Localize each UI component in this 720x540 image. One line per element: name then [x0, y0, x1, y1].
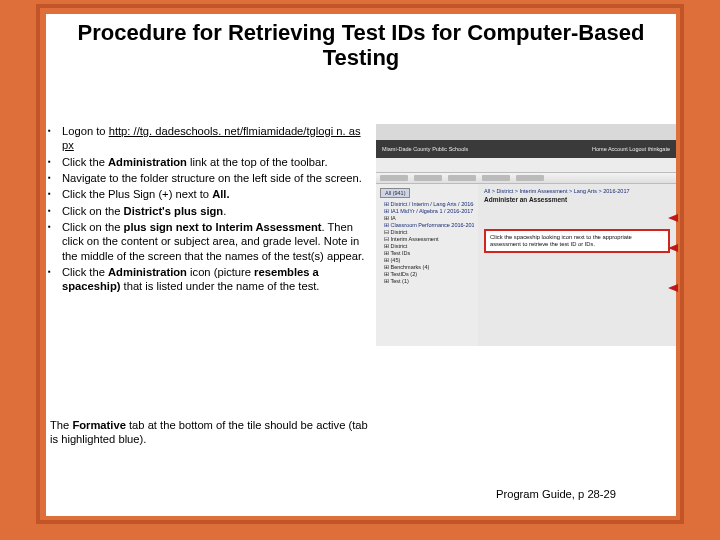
step-logon: Logon to http: //tg. dadeschools. net/fl… [62, 124, 366, 153]
slide-stage: Procedure for Retrieving Test IDs for Co… [0, 0, 720, 540]
tree-row: ⊞ Classroom Performance 2016-2017 [384, 222, 474, 228]
tree-row: ⊞ District [384, 243, 474, 249]
red-arrow-icon [668, 284, 678, 292]
slide-title: Procedure for Retrieving Test IDs for Co… [46, 20, 676, 71]
content-card: Procedure for Retrieving Test IDs for Co… [46, 14, 676, 516]
red-arrow-icon [668, 244, 678, 252]
app-header: Miami-Dade County Public Schools Home Ac… [376, 140, 676, 158]
panel-title: Administer an Assessment [484, 196, 670, 203]
tree-row: ⊟ District [384, 229, 474, 235]
step-text: Logon to [62, 125, 109, 137]
step-navigate-folders: Navigate to the folder structure on the … [62, 171, 366, 185]
app-body: All (941) ⊞ District / Interim / Lang Ar… [376, 184, 676, 346]
district-name: Miami-Dade County Public Schools [382, 146, 468, 152]
tree-row: ⊞ IA [384, 215, 474, 221]
tree-row: ⊞ IA1 MidYr / Algebra 1 / 2016-2017 [384, 208, 474, 214]
folder-sidebar: All (941) ⊞ District / Interim / Lang Ar… [376, 184, 478, 346]
tree-row: ⊞ Benchmarks (4) [384, 264, 474, 270]
instruction-callout: Click the spaceship looking icon next to… [484, 229, 670, 253]
breadcrumb: All > District > Interim Assessment > La… [484, 188, 670, 194]
app-subheader [376, 158, 676, 173]
tree-row: ⊟ Interim Assessment [384, 236, 474, 242]
step-admin-icon: Click the Administration icon (picture r… [62, 265, 366, 294]
browser-chrome [376, 124, 676, 140]
tree-row: ⊞ District / Interim / Lang Arts / 2016-… [384, 201, 474, 207]
step-plus-district: Click on the District's plus sign. [62, 204, 366, 218]
step-plus-interim: Click on the plus sign next to Interim A… [62, 220, 366, 263]
header-links: Home Account Logout thinkgate [592, 146, 670, 152]
step-plus-all: Click the Plus Sign (+) next to All. [62, 187, 366, 201]
embedded-screenshot: Miami-Dade County Public Schools Home Ac… [376, 124, 676, 344]
instruction-list: Logon to http: //tg. dadeschools. net/fl… [46, 124, 366, 296]
main-panel: All > District > Interim Assessment > La… [478, 184, 676, 346]
sidebar-tab-all: All (941) [380, 188, 410, 198]
footer-page-ref: Program Guide, p 28-29 [496, 488, 616, 500]
tree-row: ⊞ (45) [384, 257, 474, 263]
tree-row: ⊞ Test (1) [384, 278, 474, 284]
tree-row: ⊞ TestIDs (2) [384, 271, 474, 277]
formative-note: The Formative tab at the bottom of the t… [50, 418, 370, 447]
red-arrow-icon [668, 214, 678, 222]
app-toolbar [376, 173, 676, 184]
tree-row: ⊞ Test IDs [384, 250, 474, 256]
step-admin-link: Click the Administration link at the top… [62, 155, 366, 169]
